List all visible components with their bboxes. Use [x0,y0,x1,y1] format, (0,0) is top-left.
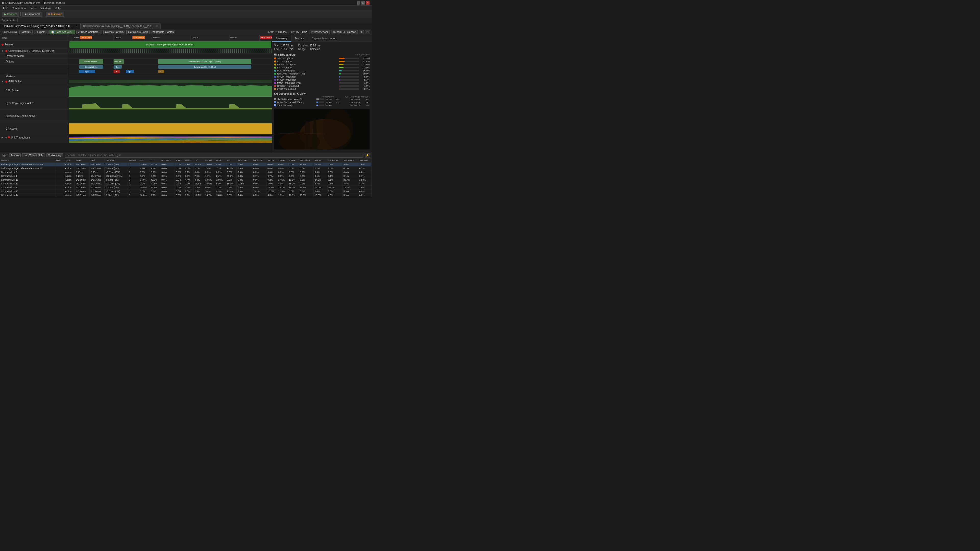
menu-window[interactable]: Window [38,6,52,10]
col-rtcore[interactable]: RTCORE [160,159,175,163]
col-sm[interactable]: SM [139,159,150,163]
col-sm-fmal[interactable]: SM FMAL [327,159,342,163]
table-row[interactable]: CommandList 11Action142.76ms142.76ms<0.0… [0,182,372,186]
top-metrics-btn[interactable]: Top Metrics Only [22,153,45,157]
col-type[interactable]: Type [64,159,75,163]
reset-zoom-button[interactable]: ⊡ Reset Zoom [310,30,329,34]
col-sm-fmah[interactable]: SM FMAH [342,159,358,163]
col-pcie[interactable]: PCIe [215,159,226,163]
table-row[interactable]: BuildRaytracingAccelerationStructure 81A… [0,167,372,170]
cmdqueue-expand[interactable]: ▼ [2,50,4,52]
trace-compare-button[interactable]: ⇌ Trace Compare... [76,30,102,34]
col-vaf[interactable]: VAF [175,159,184,163]
menu-file[interactable]: File [1,6,10,10]
col-sm-issue[interactable]: SM Issue [299,159,313,163]
dispatch-bar-1[interactable]: Dispat... [79,70,95,73]
tick-155ms: 155ms [191,35,198,41]
trace-analysis-button[interactable]: 📊 Trace Analysis... [49,30,75,34]
col-prop[interactable]: PROP [266,159,277,163]
dispatch-bar-4[interactable]: Dr... [158,70,164,73]
col-end[interactable]: End [89,159,105,163]
ruler-capture-dropdown[interactable]: Capture ▾ [19,30,33,34]
col-duration[interactable]: Duration [105,159,128,163]
col-pes-vpc[interactable]: PES+VPC [236,159,252,163]
gpu-active-chart-label[interactable]: GPU Active [0,84,69,97]
execute-bar-3[interactable]: ExecuteCommandLists 12 (2) (17.52ms) [158,59,251,64]
zoom-in-button[interactable]: + [359,30,364,34]
table-cell: Action [64,189,75,193]
menu-connection[interactable]: Connection [10,6,28,10]
table-row[interactable]: CommandList 13Action142.90ms142.90ms<0.0… [0,189,372,193]
cmdlist-bar-1[interactable]: CommandList... [79,65,103,68]
actions-label[interactable]: Actions [0,59,69,65]
table-row[interactable]: CommandList 14Action142.91ms143.05ms0.14… [0,193,372,197]
export-button[interactable]: ↑ Export... [34,30,48,34]
gpu-active-expand[interactable]: ▼ [2,80,4,83]
col-pd[interactable]: PD [226,159,237,163]
execute-bar-2[interactable]: ExecuteC... [114,59,124,64]
throughput-col-header: Throughput % [355,53,369,56]
col-start[interactable]: Start [75,159,89,163]
col-zrop[interactable]: ZROP [277,159,288,163]
zoom-out-button[interactable]: − [365,30,370,34]
sync-copy-label[interactable]: Sync Copy Engine Active [0,97,69,110]
overlay-barriers-button[interactable]: Overlay Barriers [103,30,125,34]
search-input[interactable] [65,153,363,158]
tab-bvh[interactable]: HellbladeGame-Win64-Shipping__TLAS_1bee6… [80,23,161,29]
cmdqueue-label[interactable]: ▼ CommandQueue 1 (Direct3D Direct Q:0) [0,48,69,53]
tab-capture[interactable]: HellbladeGame-Win64-Shipping.exe_2022022… [0,23,80,29]
filter-icon[interactable]: ⚡ [365,153,370,158]
terminate-button[interactable]: ✕ Terminate [46,12,64,17]
execute-bar-1[interactable]: ExecuteComman... [79,59,103,64]
table-cell: 2.5% [193,189,204,193]
markers-label[interactable]: Markers [0,74,69,79]
frames-label[interactable]: Frames [0,41,69,48]
table-row[interactable]: CommandList 10Action142.69ms142.76ms0.07… [0,178,372,182]
col-vram[interactable]: VRAM [204,159,215,163]
data-table-container[interactable]: Name ↑ Path Type Start End Duration Fram… [0,159,372,197]
col-frame[interactable]: Frame [128,159,139,163]
col-l1[interactable]: L1 [150,159,160,163]
col-sm-alu[interactable]: SM ALU [313,159,327,163]
dispatch-bar-3[interactable]: Dispa... [126,70,134,73]
menu-help[interactable]: Help [52,6,62,10]
col-sm-sfu[interactable]: SM SFU [358,159,371,163]
minimize-button[interactable]: _ [357,1,360,5]
sync-label[interactable]: Synchronization [0,54,69,59]
menu-tools[interactable]: Tools [28,6,38,10]
tab-bvh-close[interactable]: × [156,25,158,27]
table-row[interactable]: BuildRaytracingAccelerationStructure 1-8… [0,163,372,167]
table-row[interactable]: CommandList 12Action142.76ms142.86ms0.10… [0,186,372,189]
visible-only-btn[interactable]: Visible Only [46,153,64,157]
tab-summary[interactable]: Summary [272,35,291,42]
col-path[interactable]: Path [55,159,64,163]
table-row[interactable]: CommandList 0Action0.05ms0.06ms<0.01ms (… [0,170,372,174]
close-button[interactable]: × [366,1,369,5]
dispatch-bar-2[interactable]: Di... [114,70,120,73]
disconnect-button[interactable]: ◼ Disconnect [22,12,42,17]
tracks-container[interactable]: Frames Matched Frame (166.00ms) (active=… [0,41,272,143]
async-copy-label[interactable]: Async Copy Engine Active [0,110,69,122]
flat-queue-rows-button[interactable]: Flat Queue Rows [126,30,150,34]
col-l2[interactable]: L2 [193,159,204,163]
maximize-button[interactable]: □ [361,1,365,5]
gpu-active-group-label[interactable]: ▼ GPU Active [0,79,69,84]
col-crop[interactable]: CROP [288,159,299,163]
tab-capture-info[interactable]: Capture Information [308,35,340,42]
cmdlist-bar-2[interactable]: Co... [114,65,122,68]
col-name[interactable]: Name ↑ [0,159,55,163]
zoom-selection-button[interactable]: ⊞ Zoom To Selection [331,30,358,34]
tab-metrics[interactable]: Metrics [291,35,308,42]
unit-throughputs-expand[interactable]: ▶ [2,136,3,139]
type-dropdown[interactable]: Action ▾ [9,153,21,157]
cmdlist-bar-3[interactable]: CommandList 31 (17.52ms) [158,65,251,68]
connect-button[interactable]: ▶ Connect [2,12,19,17]
aggregate-frames-button[interactable]: Aggregate Frames [151,30,175,34]
gr-active-label[interactable]: GR Active [0,122,69,135]
title-bar-controls[interactable]: _ □ × [357,1,369,5]
unit-throughputs-label[interactable]: ▶ ⊞ Unit Throughputs [0,135,69,143]
table-row[interactable]: CommandList 1Action2.47ms134.67ms132.20m… [0,174,372,178]
col-raster[interactable]: RASTER [252,159,266,163]
tab-capture-close[interactable]: × [76,25,77,27]
col-mmu[interactable]: MMU [184,159,193,163]
